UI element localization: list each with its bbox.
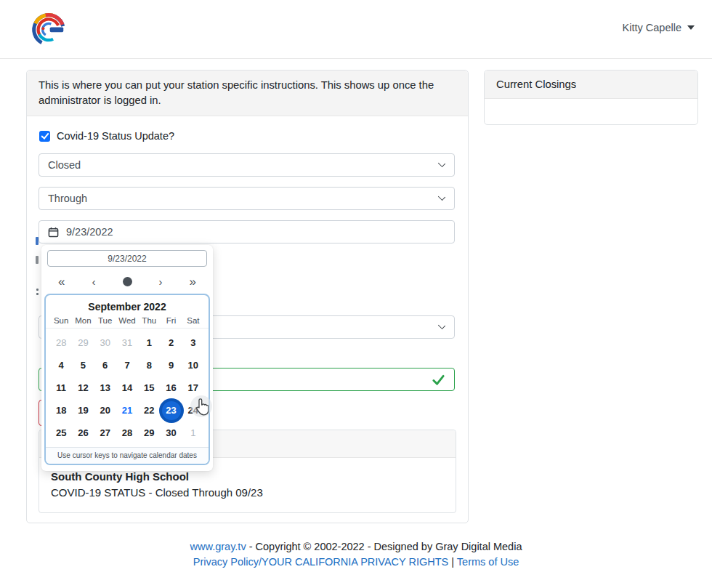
covid-status-row: Covid-19 Status Update? [39,130,456,142]
footer-line-1: www.gray.tv - Copyright © 2002-2022 - De… [0,539,712,555]
today-dot-icon[interactable] [123,277,132,286]
calendar-day[interactable]: 8 [138,354,160,376]
calendar-day[interactable]: 1 [182,422,204,444]
obscured-ui-fragment [36,256,39,264]
date-field-value: 9/23/2022 [66,226,113,238]
datepicker-input[interactable]: 9/23/2022 [47,250,207,267]
calendar-day[interactable]: 14 [116,376,138,399]
footer-line-2: Privacy Policy/YOUR CALIFORNIA PRIVACY R… [0,555,712,570]
status-select[interactable]: Closed [39,153,455,177]
calendar-weekday-label: Mon [72,316,94,325]
calendar-day[interactable]: 16 [160,376,182,399]
calendar-day[interactable]: 22 [138,399,160,422]
closings-admin-page: Kitty Capelle This is where you can put … [0,0,712,588]
calendar-weekday-label: Thu [138,316,160,325]
next-year-icon[interactable]: » [190,275,196,288]
calendar-weekday-label: Wed [116,316,138,325]
calendar-day[interactable]: 13 [94,376,116,399]
school-name: South County High School [51,469,444,484]
gray-tv-logo-icon [29,9,68,49]
calendar-day[interactable]: 1 [138,331,160,354]
calendar-day[interactable]: 11 [50,376,72,399]
calendar-day[interactable]: 10 [182,354,204,376]
terms-of-use-link[interactable]: Terms of Use [457,556,519,568]
calendar-day[interactable]: 5 [72,354,94,376]
covid-status-checkbox[interactable] [39,131,50,142]
calendar-day[interactable]: 20 [94,399,116,422]
calendar-day[interactable]: 27 [94,422,116,444]
mouse-cursor [190,395,205,416]
calendar-day[interactable]: 25 [50,422,72,444]
obscured-ui-fragment [36,293,39,295]
calendar-day[interactable]: 21 [116,399,138,422]
calendar-day[interactable]: 30 [94,331,116,354]
station-instructions: This is where you can put your station s… [27,71,468,116]
calendar-weekday-label: Tue [94,316,116,325]
footer-separator: | [448,556,457,568]
calendar-day[interactable]: 7 [116,354,138,376]
current-closings-title: Current Closings [485,71,697,99]
calendar-day-selected[interactable]: 23 [160,399,182,422]
calendar-day[interactable]: 6 [94,354,116,376]
previous-year-icon[interactable]: « [58,275,65,288]
current-closings-body [485,99,697,122]
calendar-day[interactable]: 28 [50,331,72,354]
calendar-weekday-label: Sat [182,316,204,325]
app-header: Kitty Capelle [0,0,712,59]
gray-tv-link[interactable]: www.gray.tv [190,541,246,552]
calendar-day[interactable]: 31 [116,331,138,354]
current-closings-card: Current Closings [484,70,698,125]
hand-pointer-icon [194,398,209,416]
calendar-day[interactable]: 29 [138,422,160,444]
calendar-month-title: September 2022 [46,295,209,316]
obscured-ui-fragment [36,237,39,245]
datepicker-input-value: 9/23/2022 [108,254,146,264]
calendar-panel: September 2022 SunMonTueWedThuFriSat 282… [44,294,210,465]
calendar-day[interactable]: 19 [72,399,94,422]
privacy-policy-link[interactable]: Privacy Policy/YOUR CALIFORNIA PRIVACY R… [193,556,449,568]
calendar-day[interactable]: 29 [72,331,94,354]
calendar-hint: Use cursor keys to navigate calendar dat… [46,447,209,464]
school-status-line: COVID-19 STATUS - Closed Through 09/23 [51,485,444,500]
datepicker-nav: « ‹ › » [44,271,211,291]
calendar-day[interactable]: 18 [50,399,72,422]
chevron-down-icon [438,193,445,201]
covid-status-label: Covid-19 Status Update? [57,130,174,142]
calendar-weekday-row: SunMonTueWedThuFriSat [46,316,209,329]
previous-month-icon[interactable]: ‹ [92,276,95,287]
calendar-day[interactable]: 3 [182,331,204,354]
calendar-grid: 2829303112345678910111213141516171819202… [46,329,209,447]
user-account-menu[interactable]: Kitty Capelle [623,22,695,33]
date-field[interactable]: 9/23/2022 [39,220,455,243]
calendar-day[interactable]: 4 [50,354,72,376]
datepicker-popup: 9/23/2022 « ‹ › » September 2022 SunMonT… [41,245,213,471]
calendar-day[interactable]: 15 [138,376,160,399]
copyright-text: - Copyright © 2002-2022 - Designed by Gr… [246,541,522,552]
status-select-value: Closed [48,159,81,171]
user-name: Kitty Capelle [623,22,681,33]
chevron-down-icon [438,322,445,329]
calendar-day[interactable]: 2 [160,331,182,354]
chevron-down-icon [687,25,695,30]
calendar-weekday-label: Fri [160,316,182,325]
calendar-weekday-label: Sun [50,316,72,325]
check-icon [432,373,445,387]
duration-select-value: Through [48,193,87,204]
obscured-ui-fragment [36,289,39,291]
page-footer: www.gray.tv - Copyright © 2002-2022 - De… [0,539,712,570]
next-month-icon[interactable]: › [159,276,163,287]
calendar-day[interactable]: 26 [72,422,94,444]
calendar-icon [48,227,59,238]
calendar-day[interactable]: 9 [160,354,182,376]
chevron-down-icon [438,160,445,167]
duration-select[interactable]: Through [39,187,455,210]
calendar-day[interactable]: 28 [116,422,138,444]
calendar-day[interactable]: 12 [72,376,94,399]
calendar-day[interactable]: 30 [160,422,182,444]
